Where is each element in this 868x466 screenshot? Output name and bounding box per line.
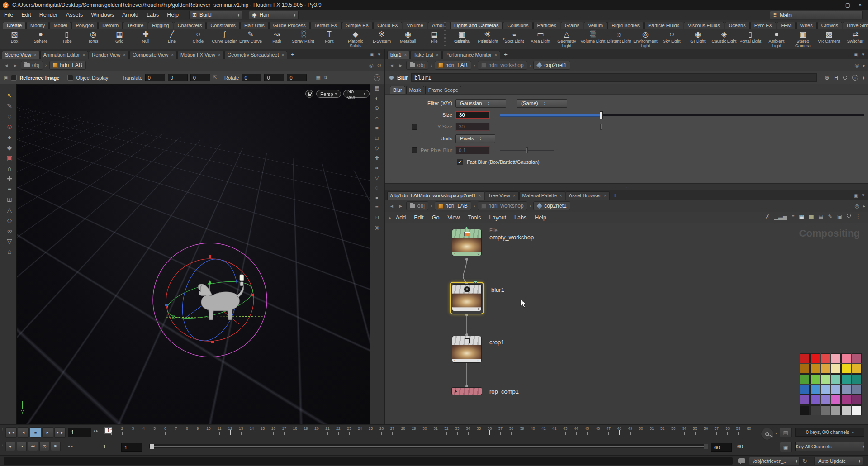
list-view-icon[interactable]: ≡: [792, 214, 795, 220]
frame-step-buttons[interactable]: ◂▸: [93, 428, 98, 433]
object-display-checkbox[interactable]: [67, 75, 73, 81]
network-menu-item[interactable]: Help: [531, 214, 550, 221]
shelf-tab[interactable]: Grains: [561, 22, 583, 29]
grid-toggle-icon[interactable]: ⊞: [7, 196, 12, 203]
timeline-tick[interactable]: 32: [441, 426, 452, 439]
shelf-tab[interactable]: Pyro FX: [750, 22, 777, 29]
color-swatch[interactable]: [800, 353, 810, 363]
color-swatch[interactable]: [810, 364, 820, 374]
sculpt-brush-icon[interactable]: ✎: [7, 103, 12, 109]
lasso-select-icon[interactable]: ◌: [8, 113, 11, 119]
shelf-tab[interactable]: Crowds: [817, 22, 842, 29]
shade-half-icon[interactable]: ◐: [375, 95, 378, 101]
shelf-tab[interactable]: Guide Process: [269, 22, 310, 29]
color-swatch[interactable]: [831, 374, 841, 384]
tab-close-icon[interactable]: ×: [82, 52, 85, 57]
pane-tab[interactable]: Render View×: [89, 51, 129, 59]
shelf-divider[interactable]: [444, 21, 446, 48]
shelf-tool[interactable]: ∫ Curve Bezier: [212, 30, 237, 43]
tab-close-icon[interactable]: ×: [34, 52, 37, 57]
shelf-tab[interactable]: Model: [49, 22, 71, 29]
layout-selector[interactable]: ⠿ Main: [770, 11, 863, 19]
color-swatch[interactable]: [841, 395, 851, 405]
axis-lock-icon[interactable]: ⇱: [213, 75, 217, 81]
timeline-tick[interactable]: 21: [322, 426, 333, 439]
down-display-icon[interactable]: ▽: [7, 238, 12, 244]
shelf-tool[interactable]: ※ L-System: [369, 30, 394, 43]
chart-icon[interactable]: ▁▃▅: [774, 214, 787, 220]
grid-view-icon[interactable]: ▦: [799, 214, 804, 220]
shelf-tool[interactable]: ▯ Portal Light: [738, 30, 763, 43]
rotate-z-field[interactable]: 0: [287, 74, 307, 81]
shelf-tool[interactable]: ⇄ Switcher: [843, 30, 868, 43]
timeline-tick[interactable]: 9: [192, 426, 203, 439]
timeline-tick[interactable]: 43: [560, 426, 571, 439]
color-swatch[interactable]: [800, 395, 810, 405]
timeline-tick[interactable]: 13: [236, 426, 247, 439]
shelf-tool[interactable]: ○ Sky Light: [659, 30, 684, 43]
shelf-tool[interactable]: ▒ Volume Light: [580, 30, 606, 43]
shelf-tool[interactable]: ◎ Environment Light: [633, 30, 658, 48]
color-swatch[interactable]: [841, 405, 851, 415]
message-bubble-icon[interactable]: [738, 458, 745, 463]
select-tool-icon[interactable]: ↖: [7, 92, 12, 99]
timeline-tick[interactable]: 39: [517, 426, 527, 439]
info-icon[interactable]: i: [852, 75, 858, 81]
breadcrumb-cop2net1[interactable]: cop2net1: [533, 201, 570, 210]
size-field[interactable]: 30: [455, 111, 490, 119]
shelf-tab[interactable]: Viscous Fluids: [684, 22, 724, 29]
shelf-tab[interactable]: Particles: [533, 22, 560, 29]
shelf-tool[interactable]: ░ Spray Paint: [290, 30, 316, 43]
timeline-tick[interactable]: 33: [452, 426, 463, 439]
shelf-tool[interactable]: ▯ Tube: [54, 30, 80, 43]
add-tab-button[interactable]: +: [501, 50, 511, 59]
color-swatch[interactable]: [852, 385, 862, 395]
pane-maximize-icon[interactable]: ▣: [854, 192, 858, 198]
solid-icon[interactable]: ■: [375, 125, 378, 131]
refresh-icon[interactable]: ↻: [802, 458, 807, 465]
range-start-field[interactable]: 1: [121, 443, 142, 452]
timeline-tick[interactable]: 57: [711, 426, 722, 439]
pin-icon[interactable]: ◎: [855, 203, 859, 209]
shelf-tool[interactable]: ▣ Stereo Camera: [790, 30, 816, 48]
shelf-tab[interactable]: Terrain FX: [310, 22, 342, 29]
timeline-tick[interactable]: 20: [311, 426, 322, 439]
timeline-tick[interactable]: 41: [538, 426, 549, 439]
help-badge-icon[interactable]: H: [834, 75, 838, 81]
shelf-tab[interactable]: Texture: [123, 22, 147, 29]
shelf-tab[interactable]: Polygon: [71, 22, 98, 29]
diamond-icon[interactable]: ◇: [375, 145, 379, 151]
color-swatch[interactable]: [852, 374, 862, 384]
color-swatch[interactable]: [831, 353, 841, 363]
pane-tab[interactable]: Geometry Spreadsheet×: [224, 51, 288, 59]
lines-icon[interactable]: ≡: [375, 205, 378, 210]
camera-lock-button[interactable]: [305, 90, 313, 98]
timeline-ruler[interactable]: 1 12345678910111213141516171819202122232…: [106, 426, 754, 439]
shelf-tab[interactable]: Lights and Cameras: [450, 22, 503, 29]
keyframe-options-icon[interactable]: ⇅: [323, 75, 327, 81]
pane-tab[interactable]: Take List×: [410, 51, 441, 59]
pane-tab[interactable]: Composite View×: [129, 51, 177, 59]
timeline-tick[interactable]: 2: [117, 426, 128, 439]
filter-x-dropdown[interactable]: Gaussian ▴▾: [455, 99, 506, 108]
timeline-tick[interactable]: 52: [657, 426, 668, 439]
timeline-tick[interactable]: 51: [646, 426, 657, 439]
help-icon[interactable]: ?: [374, 74, 380, 81]
circle-display-icon[interactable]: ○: [375, 115, 378, 121]
breadcrumb-hdri-workshop[interactable]: hdri_workshop: [478, 201, 527, 210]
translate-x-field[interactable]: 0: [145, 74, 165, 81]
color-swatch[interactable]: [800, 405, 810, 415]
scroll-up-icon[interactable]: ▴: [389, 215, 391, 219]
shelf-tab[interactable]: Create: [3, 22, 26, 29]
key-all-channels-dropdown[interactable]: Key All Channels▴▾: [795, 442, 864, 451]
reference-image-checkbox[interactable]: [11, 75, 17, 81]
timeline-tick[interactable]: 27: [387, 426, 398, 439]
network-menu-item[interactable]: Go: [428, 214, 444, 221]
add-view-icon[interactable]: ✚: [375, 155, 379, 161]
tab-close-icon[interactable]: ×: [479, 193, 481, 198]
param-tab[interactable]: Frame Scope: [425, 86, 461, 94]
timeline-tick[interactable]: 1: [106, 426, 117, 439]
audio-toggle-button[interactable]: ◔: [17, 442, 27, 451]
pane-maximize-icon[interactable]: ▣: [370, 52, 374, 57]
timeline-tick[interactable]: 36: [484, 426, 495, 439]
